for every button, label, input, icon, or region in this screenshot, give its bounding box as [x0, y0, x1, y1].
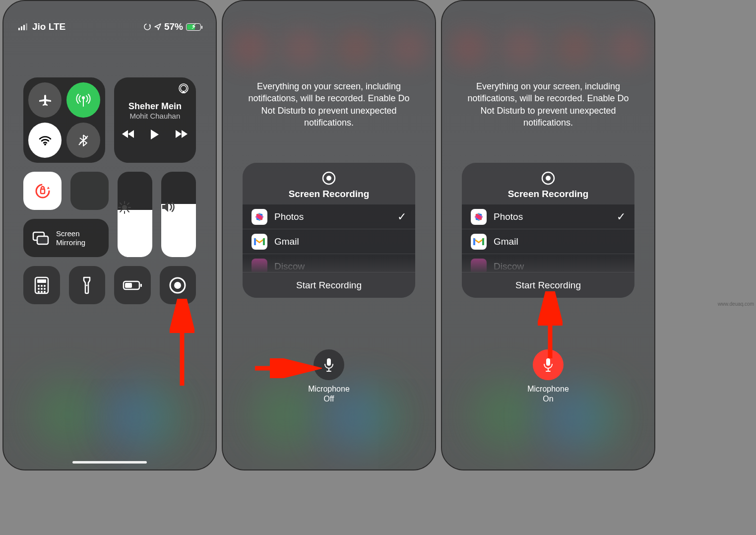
next-icon[interactable] — [175, 129, 188, 140]
svg-point-26 — [41, 285, 43, 287]
battery-percent: 57% — [164, 21, 183, 32]
wifi-button[interactable] — [28, 123, 62, 158]
flashlight-icon — [82, 276, 92, 294]
microphone-toggle[interactable] — [533, 349, 564, 380]
svg-point-34 — [86, 284, 88, 286]
destination-list[interactable]: Photos ✓ Gmail Discow — [243, 204, 415, 272]
svg-line-20 — [127, 210, 129, 212]
rotation-lock-icon — [33, 182, 52, 201]
gmail-app-icon — [252, 234, 267, 250]
start-recording-button[interactable]: Start Recording — [462, 272, 634, 298]
microphone-label: MicrophoneOn — [527, 384, 569, 404]
wifi-icon — [38, 133, 53, 148]
destination-list[interactable]: Photos ✓ Gmail Discow — [462, 204, 634, 272]
brightness-slider[interactable] — [118, 172, 152, 257]
svg-line-19 — [120, 203, 122, 204]
airplane-mode-button[interactable] — [28, 82, 62, 118]
svg-point-32 — [41, 291, 43, 293]
recording-notice: Everything on your screen, including not… — [243, 80, 415, 129]
connectivity-group[interactable] — [23, 77, 105, 163]
svg-rect-11 — [41, 189, 45, 194]
sheet-title: Screen Recording — [289, 189, 370, 200]
svg-rect-66 — [482, 238, 484, 245]
svg-rect-51 — [254, 238, 256, 245]
svg-line-21 — [120, 210, 122, 212]
checkmark-icon: ✓ — [397, 210, 406, 223]
microphone-icon — [323, 357, 335, 372]
cellular-data-button[interactable] — [66, 82, 100, 118]
photos-app-icon — [252, 209, 267, 225]
destination-label: Photos — [494, 211, 610, 222]
previous-icon[interactable] — [122, 129, 135, 140]
svg-point-39 — [174, 282, 181, 289]
do-not-disturb-button[interactable] — [70, 172, 109, 210]
rotation-lock-button[interactable] — [23, 172, 62, 210]
photos-app-icon — [471, 209, 487, 225]
destination-photos[interactable]: Photos ✓ — [243, 204, 415, 229]
play-icon[interactable] — [150, 129, 160, 140]
screen-mirroring-button[interactable]: Screen Mirroring — [23, 219, 109, 257]
bluetooth-button[interactable] — [66, 123, 100, 158]
svg-point-30 — [44, 288, 46, 290]
svg-rect-52 — [263, 238, 265, 245]
signal-icon — [18, 23, 28, 30]
track-title: Sheher Mein — [128, 101, 182, 112]
home-indicator[interactable] — [72, 461, 147, 464]
svg-point-25 — [38, 285, 40, 287]
checkmark-icon: ✓ — [617, 210, 626, 223]
svg-point-29 — [41, 288, 43, 290]
svg-rect-1 — [21, 26, 22, 30]
destination-photos[interactable]: Photos ✓ — [462, 204, 634, 229]
destination-gmail[interactable]: Gmail — [243, 229, 415, 254]
airplay-icon[interactable] — [178, 83, 189, 94]
screenshot-control-center: Jio LTE 57% ⚡︎ — [2, 0, 217, 470]
screenshot-recording-mic-off: Everything on your screen, including not… — [222, 0, 436, 470]
calculator-icon — [34, 276, 49, 294]
antenna-icon — [76, 93, 91, 108]
microphone-label: MicrophoneOff — [308, 384, 350, 404]
low-power-mode-button[interactable] — [114, 266, 151, 304]
svg-rect-24 — [37, 279, 46, 283]
svg-rect-0 — [18, 28, 20, 30]
svg-point-8 — [181, 85, 187, 91]
now-playing-tile[interactable]: Sheher Mein Mohit Chauhan — [114, 77, 196, 163]
svg-point-33 — [44, 291, 46, 293]
svg-point-27 — [44, 285, 46, 287]
svg-rect-65 — [473, 238, 475, 245]
svg-line-22 — [127, 203, 129, 204]
moon-icon — [81, 183, 98, 200]
bluetooth-off-icon — [77, 134, 90, 147]
destination-label: Gmail — [274, 236, 406, 247]
svg-rect-13 — [37, 236, 48, 244]
svg-rect-53 — [327, 358, 331, 366]
svg-point-28 — [38, 288, 40, 290]
status-bar: Jio LTE 57% ⚡︎ — [3, 16, 216, 38]
microphone-toggle[interactable] — [314, 349, 344, 380]
microphone-icon — [542, 357, 554, 372]
speaker-icon — [161, 201, 196, 213]
record-icon — [541, 171, 556, 186]
rotation-lock-icon — [143, 23, 151, 31]
gmail-app-icon — [471, 234, 487, 250]
svg-point-31 — [38, 291, 40, 293]
start-recording-button[interactable]: Start Recording — [243, 272, 415, 298]
svg-rect-67 — [546, 358, 550, 366]
airplane-icon — [38, 93, 53, 108]
calculator-button[interactable] — [23, 266, 60, 304]
volume-slider[interactable] — [161, 172, 196, 257]
watermark: www.deuaq.com — [718, 301, 754, 307]
screen-recording-sheet: Screen Recording Photos ✓ Gmail Discow S… — [462, 163, 634, 298]
destination-gmail[interactable]: Gmail — [462, 229, 634, 254]
svg-point-6 — [44, 143, 46, 145]
svg-rect-37 — [125, 283, 132, 288]
screen-record-button[interactable] — [160, 266, 196, 304]
screen-recording-sheet: Screen Recording Photos ✓ Gmail Discow S… — [243, 163, 415, 298]
recording-notice: Everything on your screen, including not… — [462, 80, 634, 129]
svg-point-42 — [326, 176, 331, 181]
destination-label: Photos — [274, 211, 390, 222]
svg-point-14 — [122, 205, 127, 210]
flashlight-button[interactable] — [69, 266, 106, 304]
battery-icon: ⚡︎ — [186, 23, 201, 31]
record-icon — [321, 171, 336, 186]
svg-rect-2 — [23, 25, 25, 30]
